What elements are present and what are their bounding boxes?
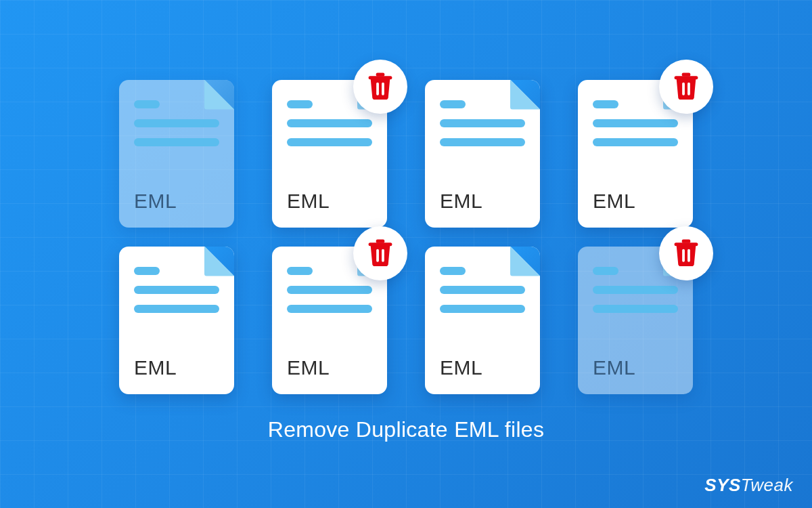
trash-icon bbox=[367, 239, 393, 268]
svg-rect-10 bbox=[376, 249, 379, 261]
delete-badge bbox=[659, 60, 713, 114]
svg-rect-9 bbox=[376, 239, 385, 242]
trash-icon bbox=[367, 72, 393, 101]
brand-logo: SYSTweak bbox=[704, 475, 793, 496]
svg-rect-8 bbox=[369, 242, 392, 246]
file-row-2: EML EML EML bbox=[119, 247, 693, 394]
svg-rect-13 bbox=[682, 239, 691, 242]
file-item: EML bbox=[578, 247, 693, 394]
file-item: EML bbox=[272, 247, 387, 394]
file-item: EML bbox=[578, 80, 693, 228]
trash-icon bbox=[673, 239, 699, 268]
svg-rect-0 bbox=[369, 76, 392, 79]
delete-badge bbox=[659, 226, 713, 280]
svg-rect-5 bbox=[682, 72, 691, 76]
eml-file-icon: EML bbox=[119, 247, 234, 394]
svg-rect-3 bbox=[382, 82, 384, 95]
illustration-stage: EML EML EML bbox=[0, 0, 812, 508]
file-type-label: EML bbox=[287, 356, 330, 379]
file-item: EML bbox=[272, 80, 387, 228]
svg-rect-4 bbox=[675, 76, 698, 79]
svg-rect-7 bbox=[687, 82, 690, 95]
trash-icon bbox=[673, 72, 699, 101]
file-item: EML bbox=[119, 247, 234, 394]
svg-rect-15 bbox=[687, 249, 690, 261]
svg-rect-11 bbox=[382, 249, 384, 261]
file-item: EML bbox=[425, 80, 540, 228]
eml-file-icon: EML bbox=[425, 80, 540, 228]
file-type-label: EML bbox=[287, 190, 330, 213]
caption-text: Remove Duplicate EML files bbox=[268, 417, 545, 442]
brand-part-2: Tweak bbox=[741, 475, 793, 496]
delete-badge bbox=[353, 226, 407, 280]
svg-rect-1 bbox=[376, 72, 385, 76]
file-type-label: EML bbox=[593, 190, 635, 213]
file-type-label: EML bbox=[593, 356, 635, 379]
file-item: EML bbox=[119, 80, 234, 228]
file-row-1: EML EML EML bbox=[119, 80, 693, 228]
delete-badge bbox=[353, 60, 407, 114]
svg-rect-12 bbox=[675, 242, 698, 246]
svg-rect-14 bbox=[682, 249, 685, 261]
eml-file-icon: EML bbox=[119, 80, 234, 228]
brand-part-1: SYS bbox=[704, 475, 741, 496]
file-type-label: EML bbox=[134, 190, 177, 213]
file-type-label: EML bbox=[134, 356, 177, 379]
file-type-label: EML bbox=[440, 356, 482, 379]
svg-rect-2 bbox=[376, 82, 379, 95]
svg-rect-6 bbox=[682, 82, 685, 95]
file-type-label: EML bbox=[440, 190, 482, 213]
eml-file-icon: EML bbox=[425, 247, 540, 394]
file-item: EML bbox=[425, 247, 540, 394]
